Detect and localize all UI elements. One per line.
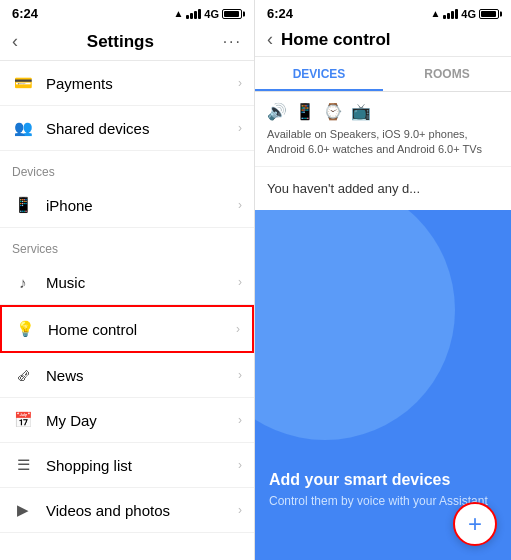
videos-photos-icon: ▶ bbox=[12, 499, 34, 521]
music-icon: ♪ bbox=[12, 271, 34, 293]
promo-circle bbox=[255, 210, 455, 440]
my-day-chevron: › bbox=[238, 413, 242, 427]
settings-title: Settings bbox=[87, 32, 154, 52]
shopping-list-chevron: › bbox=[238, 458, 242, 472]
home-control-label: Home control bbox=[48, 321, 236, 338]
videos-photos-label: Videos and photos bbox=[46, 502, 238, 519]
promo-title: Add your smart devices bbox=[269, 471, 497, 489]
news-icon: 🗞 bbox=[12, 364, 34, 386]
news-label: News bbox=[46, 367, 238, 384]
home-control-header: ‹ Home control bbox=[255, 25, 511, 57]
settings-panel: 6:24 ▲ 4G ‹ Settings ··· 💳 Payments › bbox=[0, 0, 255, 560]
menu-item-videos-photos[interactable]: ▶ Videos and photos › bbox=[0, 488, 254, 533]
devices-description: Available on Speakers, iOS 9.0+ phones, … bbox=[267, 127, 499, 158]
left-arrow-icon: ▲ bbox=[173, 8, 183, 19]
menu-item-home-control[interactable]: 💡 Home control › bbox=[0, 305, 254, 353]
left-signal-icon bbox=[186, 9, 201, 19]
add-device-fab-button[interactable]: + bbox=[453, 502, 497, 546]
settings-more-button[interactable]: ··· bbox=[223, 33, 242, 51]
right-status-bar: 6:24 ▲ 4G bbox=[255, 0, 511, 25]
my-day-icon: 📅 bbox=[12, 409, 34, 431]
right-status-icons: ▲ 4G bbox=[430, 8, 499, 20]
phone-icon: 📱 bbox=[295, 102, 315, 121]
music-chevron: › bbox=[238, 275, 242, 289]
left-battery-icon bbox=[222, 9, 242, 19]
payments-label: Payments bbox=[46, 75, 238, 92]
right-time: 6:24 bbox=[267, 6, 293, 21]
shopping-list-icon: ☰ bbox=[12, 454, 34, 476]
device-type-icons: 🔊 📱 ⌚ 📺 bbox=[267, 102, 499, 121]
home-control-panel: 6:24 ▲ 4G ‹ Home control DEVICES ROOMS 🔊 bbox=[255, 0, 511, 560]
menu-item-music[interactable]: ♪ Music › bbox=[0, 260, 254, 305]
home-control-chevron: › bbox=[236, 322, 240, 336]
left-4g-label: 4G bbox=[204, 8, 219, 20]
shared-devices-icon: 👥 bbox=[12, 117, 34, 139]
news-chevron: › bbox=[238, 368, 242, 382]
home-control-tabs: DEVICES ROOMS bbox=[255, 57, 511, 92]
settings-back-button[interactable]: ‹ bbox=[12, 31, 18, 52]
menu-item-news[interactable]: 🗞 News › bbox=[0, 353, 254, 398]
iphone-label: iPhone bbox=[46, 197, 238, 214]
menu-item-shared-devices[interactable]: 👥 Shared devices › bbox=[0, 106, 254, 151]
empty-devices-text: You haven't added any d... bbox=[255, 167, 511, 210]
payments-chevron: › bbox=[238, 76, 242, 90]
menu-item-shopping-list[interactable]: ☰ Shopping list › bbox=[0, 443, 254, 488]
promo-section: Add your smart devices Control them by v… bbox=[255, 210, 511, 560]
right-signal-icon bbox=[443, 9, 458, 19]
home-control-back-button[interactable]: ‹ bbox=[267, 29, 273, 50]
left-time: 6:24 bbox=[12, 6, 38, 21]
shared-devices-chevron: › bbox=[238, 121, 242, 135]
menu-item-my-day[interactable]: 📅 My Day › bbox=[0, 398, 254, 443]
speaker-icon: 🔊 bbox=[267, 102, 287, 121]
right-arrow-icon: ▲ bbox=[430, 8, 440, 19]
tv-icon: 📺 bbox=[351, 102, 371, 121]
tab-devices[interactable]: DEVICES bbox=[255, 57, 383, 91]
music-label: Music bbox=[46, 274, 238, 291]
devices-info: 🔊 📱 ⌚ 📺 Available on Speakers, iOS 9.0+ … bbox=[255, 92, 511, 167]
menu-item-iphone[interactable]: 📱 iPhone › bbox=[0, 183, 254, 228]
home-control-title: Home control bbox=[281, 30, 391, 50]
tab-rooms[interactable]: ROOMS bbox=[383, 57, 511, 91]
watch-icon: ⌚ bbox=[323, 102, 343, 121]
shared-devices-label: Shared devices bbox=[46, 120, 238, 137]
settings-header: ‹ Settings ··· bbox=[0, 25, 254, 61]
my-day-label: My Day bbox=[46, 412, 238, 429]
iphone-icon: 📱 bbox=[12, 194, 34, 216]
shopping-list-label: Shopping list bbox=[46, 457, 238, 474]
videos-photos-chevron: › bbox=[238, 503, 242, 517]
left-status-icons: ▲ 4G bbox=[173, 8, 242, 20]
right-battery-icon bbox=[479, 9, 499, 19]
home-control-icon: 💡 bbox=[14, 318, 36, 340]
right-4g-label: 4G bbox=[461, 8, 476, 20]
iphone-chevron: › bbox=[238, 198, 242, 212]
settings-menu-list: 💳 Payments › 👥 Shared devices › Devices … bbox=[0, 61, 254, 560]
payments-icon: 💳 bbox=[12, 72, 34, 94]
services-section-label: Services bbox=[0, 228, 254, 260]
left-status-bar: 6:24 ▲ 4G bbox=[0, 0, 254, 25]
devices-section-label: Devices bbox=[0, 151, 254, 183]
menu-item-payments[interactable]: 💳 Payments › bbox=[0, 61, 254, 106]
